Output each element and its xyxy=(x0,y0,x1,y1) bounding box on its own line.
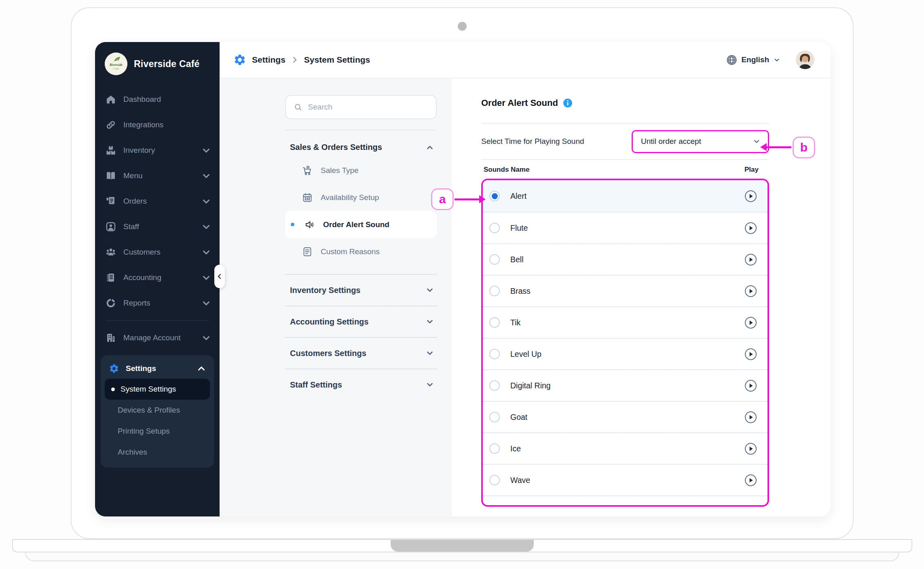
sound-radio[interactable] xyxy=(489,191,500,201)
sound-label: Ice xyxy=(510,444,521,453)
sound-row[interactable]: Brass xyxy=(483,275,768,306)
select-time-row: Select Time for Playing Sound Until orde… xyxy=(481,124,769,159)
sidebar-item-archives[interactable]: Archives xyxy=(105,442,210,463)
group-staff-settings[interactable]: Staff Settings xyxy=(285,369,437,400)
chevron-down-icon xyxy=(753,137,761,145)
info-icon[interactable] xyxy=(563,98,573,108)
sound-row[interactable]: Flute xyxy=(483,212,768,243)
content-panel: Order Alert Sound Select Time for Playin… xyxy=(452,78,831,516)
group-label: Staff Settings xyxy=(290,380,342,390)
svg-text:- Café -: - Café - xyxy=(112,67,120,70)
sound-row[interactable]: Wave xyxy=(483,464,768,495)
globe-icon xyxy=(726,55,737,65)
sounds-list: Alert Flute Bell Brass xyxy=(481,179,769,507)
receipt-icon xyxy=(106,196,116,207)
nav-item-custom-reasons[interactable]: Custom Reasons xyxy=(285,238,437,265)
sound-radio[interactable] xyxy=(489,380,500,391)
sidebar-item-inventory[interactable]: Inventory xyxy=(106,137,211,163)
sidebar-collapse-handle[interactable] xyxy=(214,265,225,288)
chevron-up-icon xyxy=(196,363,207,374)
annotation-b-arrow xyxy=(766,146,791,148)
staff-icon xyxy=(106,221,116,232)
sidebar-item-settings[interactable]: Settings xyxy=(105,358,210,379)
sidebar-item-accounting[interactable]: Accounting xyxy=(106,265,211,290)
play-sound-button[interactable] xyxy=(744,253,757,266)
sales-cart-icon xyxy=(302,165,313,176)
sound-radio[interactable] xyxy=(489,475,500,485)
sidebar-item-label: Inventory xyxy=(123,146,155,155)
sound-radio[interactable] xyxy=(489,443,500,454)
sound-radio[interactable] xyxy=(489,286,500,296)
settings-sub-label: Devices & Profiles xyxy=(118,406,180,415)
play-sound-button[interactable] xyxy=(744,474,757,487)
sidebar-item-staff[interactable]: Staff xyxy=(106,214,211,239)
sounds-name-header: Sounds Name xyxy=(484,166,529,174)
search-box[interactable] xyxy=(285,95,437,119)
sound-row[interactable]: Alert xyxy=(483,180,768,212)
group-sales-orders-settings[interactable]: Sales & Orders Settings xyxy=(285,131,437,157)
sidebar: Riverside - Café - Riverside Café Dashbo… xyxy=(95,42,220,516)
chevron-down-icon xyxy=(425,380,434,389)
sound-row[interactable]: Tik xyxy=(483,306,768,338)
play-sound-button[interactable] xyxy=(744,379,757,392)
sidebar-item-devices-profiles[interactable]: Devices & Profiles xyxy=(105,400,210,421)
sound-row[interactable]: Goat xyxy=(483,401,768,432)
sidebar-item-customers[interactable]: Customers xyxy=(106,239,211,265)
play-sound-button[interactable] xyxy=(744,411,757,424)
search-icon xyxy=(294,103,302,112)
sound-radio[interactable] xyxy=(489,506,500,507)
nav-item-availability-setup[interactable]: Availability Setup xyxy=(285,184,437,211)
sound-row[interactable]: Bell xyxy=(483,243,768,275)
sidebar-item-menu[interactable]: Menu xyxy=(106,163,211,188)
speaker-icon xyxy=(304,219,315,230)
play-sound-button[interactable] xyxy=(744,285,757,297)
group-customers-settings[interactable]: Customers Settings xyxy=(285,337,437,369)
sidebar-item-printing-setups[interactable]: Printing Setups xyxy=(105,421,210,442)
sound-radio[interactable] xyxy=(489,223,500,233)
breadcrumb-settings[interactable]: Settings xyxy=(252,55,285,65)
group-accounting-settings[interactable]: Accounting Settings xyxy=(285,306,437,337)
sound-row[interactable]: Wave 2 xyxy=(483,495,768,507)
nav-item-order-alert-sound[interactable]: Order Alert Sound xyxy=(285,211,437,238)
nav-item-sales-type[interactable]: Sales Type xyxy=(285,157,437,184)
chevron-down-icon xyxy=(773,56,780,63)
sound-radio[interactable] xyxy=(489,317,500,328)
sidebar-item-manage-account[interactable]: Manage Account xyxy=(106,325,211,350)
laptop-base-bottom xyxy=(25,552,899,561)
sidebar-item-reports[interactable]: Reports xyxy=(106,290,211,316)
brand-logo: Riverside - Café - xyxy=(105,53,127,75)
search-input[interactable] xyxy=(308,103,428,112)
play-time-dropdown[interactable]: Until order accept xyxy=(632,130,769,153)
play-sound-button[interactable] xyxy=(744,222,757,234)
chevron-down-icon xyxy=(425,317,434,326)
play-sound-button[interactable] xyxy=(744,190,757,202)
sidebar-item-integrations[interactable]: Integrations xyxy=(106,112,211,137)
play-sound-button[interactable] xyxy=(744,506,757,507)
chevron-down-icon xyxy=(201,298,211,308)
group-inventory-settings[interactable]: Inventory Settings xyxy=(285,274,437,306)
chevron-up-icon xyxy=(425,143,434,152)
play-circle-icon xyxy=(744,443,757,455)
collapsed-groups: Inventory Settings Accounting Settings C… xyxy=(285,274,437,400)
language-selector[interactable]: English xyxy=(726,55,780,65)
play-sound-button[interactable] xyxy=(744,316,757,329)
avatar[interactable] xyxy=(796,51,814,69)
language-label: English xyxy=(741,55,769,64)
sound-row[interactable]: Ice xyxy=(483,432,768,464)
gear-icon xyxy=(109,363,119,374)
sidebar-item-orders[interactable]: Orders xyxy=(106,188,211,214)
sound-row[interactable]: Digital Ring xyxy=(483,369,768,401)
sound-row[interactable]: Level Up xyxy=(483,338,768,369)
sidebar-item-dashboard[interactable]: Dashboard xyxy=(106,86,211,112)
play-circle-icon xyxy=(744,474,757,487)
select-time-label: Select Time for Playing Sound xyxy=(481,137,584,146)
breadcrumb: Settings System Settings xyxy=(233,53,370,66)
play-sound-button[interactable] xyxy=(744,443,757,455)
sidebar-item-system-settings[interactable]: System Settings xyxy=(105,379,210,400)
sound-radio[interactable] xyxy=(489,412,500,422)
sound-radio[interactable] xyxy=(489,254,500,265)
sound-radio[interactable] xyxy=(489,349,500,359)
active-dot xyxy=(291,223,294,226)
sidebar-item-label: Menu xyxy=(123,171,143,180)
play-sound-button[interactable] xyxy=(744,348,757,360)
